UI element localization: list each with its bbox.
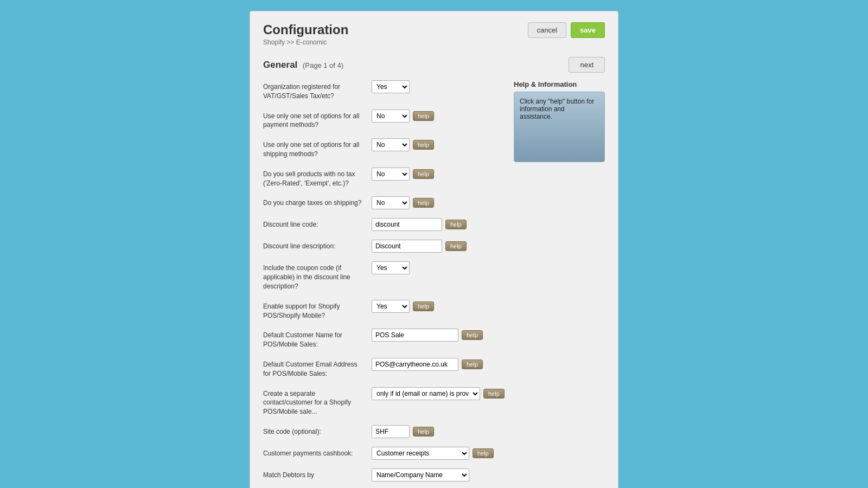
- label-tax_shipping: Do you charge taxes on shipping?: [263, 196, 372, 208]
- label-one_set_payment: Use only one set of options for all paym…: [263, 110, 372, 130]
- control-area-default_customer_email: help: [372, 358, 506, 371]
- control-area-default_customer_name: help: [372, 329, 506, 342]
- label-cashbook: Customer payments cashbook:: [263, 447, 372, 458]
- form-row-match_debtors: Match Debtors byName/Company NameEmailID: [263, 468, 506, 485]
- control-area-discount_line_code: help: [372, 218, 506, 231]
- control-area-discount_line_desc: help: [372, 240, 506, 253]
- help-button-one_set_shipping[interactable]: help: [413, 140, 434, 150]
- form-area: Organization registered for VAT/GST/Sale…: [263, 80, 506, 488]
- section-title-area: General (Page 1 of 4): [263, 60, 343, 70]
- select-coupon_code[interactable]: YesNo: [372, 261, 410, 274]
- control-area-tax_shipping: YesNohelp: [372, 196, 506, 209]
- save-button[interactable]: save: [571, 22, 605, 38]
- content-area: Organization registered for VAT/GST/Sale…: [263, 80, 605, 488]
- label-shopify_pos: Enable support for Shopify POS/Shopify M…: [263, 300, 372, 320]
- select-shopify_pos[interactable]: YesNo: [372, 300, 410, 313]
- form-row-shopify_pos: Enable support for Shopify POS/Shopify M…: [263, 300, 506, 324]
- label-match_debtors: Match Debtors by: [263, 468, 372, 480]
- form-row-one_set_shipping: Use only one set of options for all ship…: [263, 138, 506, 162]
- header-title: Configuration Shopify >> E-conomic: [263, 22, 348, 46]
- help-button-one_set_payment[interactable]: help: [413, 111, 434, 121]
- form-row-discount_line_desc: Discount line description:help: [263, 240, 506, 256]
- select-one_set_shipping[interactable]: YesNo: [372, 138, 410, 151]
- help-button-discount_line_desc[interactable]: help: [445, 241, 467, 251]
- help-button-default_customer_name[interactable]: help: [462, 330, 483, 340]
- cancel-button[interactable]: cancel: [528, 22, 567, 38]
- help-button-zero_rated[interactable]: help: [413, 169, 434, 179]
- form-row-coupon_code: Include the coupon code (if applicable) …: [263, 261, 506, 294]
- label-create_contact: Create a separate contact/customer for a…: [263, 387, 372, 416]
- help-panel: Help & Information Click any "help" butt…: [514, 80, 605, 488]
- control-area-site_code: help: [372, 425, 506, 438]
- help-button-site_code[interactable]: help: [413, 427, 434, 436]
- select-zero_rated[interactable]: YesNo: [372, 168, 410, 181]
- breadcrumb: Shopify >> E-conomic: [263, 38, 348, 46]
- form-row-zero_rated: Do you sell products with no tax ('Zero-…: [263, 168, 506, 191]
- help-button-discount_line_code[interactable]: help: [445, 220, 467, 229]
- form-row-vat_registered: Organization registered for VAT/GST/Sale…: [263, 80, 506, 104]
- form-row-default_customer_name: Default Customer Name for POS/Mobile Sal…: [263, 329, 506, 352]
- label-vat_registered: Organization registered for VAT/GST/Sale…: [263, 80, 372, 101]
- control-area-create_contact: only if id (email or name) is providedal…: [372, 387, 506, 400]
- select-one_set_payment[interactable]: YesNo: [372, 110, 410, 123]
- control-area-one_set_payment: YesNohelp: [372, 110, 506, 123]
- label-discount_line_code: Discount line code:: [263, 218, 372, 229]
- label-default_customer_name: Default Customer Name for POS/Mobile Sal…: [263, 329, 372, 349]
- section-subtitle: (Page 1 of 4): [303, 61, 343, 69]
- input-default_customer_email[interactable]: [372, 358, 458, 371]
- header: Configuration Shopify >> E-conomic cance…: [263, 22, 605, 46]
- form-row-create_contact: Create a separate contact/customer for a…: [263, 387, 506, 420]
- next-button[interactable]: next: [569, 57, 605, 73]
- label-zero_rated: Do you sell products with no tax ('Zero-…: [263, 168, 372, 188]
- help-panel-body: Click any "help" button for information …: [520, 98, 594, 120]
- form-row-discount_line_code: Discount line code:help: [263, 218, 506, 234]
- label-discount_line_desc: Discount line description:: [263, 240, 372, 251]
- select-cashbook[interactable]: Customer receiptsOther: [372, 447, 469, 460]
- input-discount_line_desc[interactable]: [372, 240, 442, 253]
- label-default_customer_email: Default Customer Email Address for POS/M…: [263, 358, 372, 378]
- select-vat_registered[interactable]: YesNo: [372, 80, 410, 93]
- form-row-tax_shipping: Do you charge taxes on shipping?YesNohel…: [263, 196, 506, 213]
- control-area-cashbook: Customer receiptsOtherhelp: [372, 447, 506, 460]
- control-area-shopify_pos: YesNohelp: [372, 300, 506, 313]
- control-area-one_set_shipping: YesNohelp: [372, 138, 506, 151]
- help-button-cashbook[interactable]: help: [473, 448, 494, 458]
- control-area-zero_rated: YesNohelp: [372, 168, 506, 181]
- form-row-cashbook: Customer payments cashbook:Customer rece…: [263, 447, 506, 463]
- section-header: General (Page 1 of 4) next: [263, 57, 605, 73]
- main-container: Configuration Shopify >> E-conomic cance…: [250, 11, 618, 488]
- label-coupon_code: Include the coupon code (if applicable) …: [263, 261, 372, 291]
- select-match_debtors[interactable]: Name/Company NameEmailID: [372, 468, 469, 481]
- help-button-create_contact[interactable]: help: [483, 389, 505, 399]
- page-title: Configuration: [263, 22, 348, 37]
- label-site_code: Site code (optional):: [263, 425, 372, 436]
- form-row-one_set_payment: Use only one set of options for all paym…: [263, 110, 506, 133]
- select-tax_shipping[interactable]: YesNo: [372, 196, 410, 209]
- help-button-shopify_pos[interactable]: help: [413, 301, 434, 311]
- select-create_contact[interactable]: only if id (email or name) is providedal…: [372, 387, 480, 400]
- control-area-vat_registered: YesNo: [372, 80, 506, 93]
- input-default_customer_name[interactable]: [372, 329, 458, 342]
- page-wrapper: Configuration Shopify >> E-conomic cance…: [0, 0, 868, 488]
- control-area-match_debtors: Name/Company NameEmailID: [372, 468, 506, 481]
- help-button-tax_shipping[interactable]: help: [413, 198, 434, 208]
- help-button-default_customer_email[interactable]: help: [462, 359, 483, 369]
- input-site_code[interactable]: [372, 425, 410, 438]
- help-panel-title: Help & Information: [514, 80, 605, 88]
- form-row-default_customer_email: Default Customer Email Address for POS/M…: [263, 358, 506, 382]
- control-area-coupon_code: YesNo: [372, 261, 506, 274]
- input-discount_line_code[interactable]: [372, 218, 442, 231]
- section-title: General: [263, 60, 297, 70]
- help-panel-box: Click any "help" button for information …: [514, 92, 605, 162]
- header-buttons: cancel save: [528, 22, 605, 38]
- form-row-site_code: Site code (optional):help: [263, 425, 506, 441]
- label-one_set_shipping: Use only one set of options for all ship…: [263, 138, 372, 159]
